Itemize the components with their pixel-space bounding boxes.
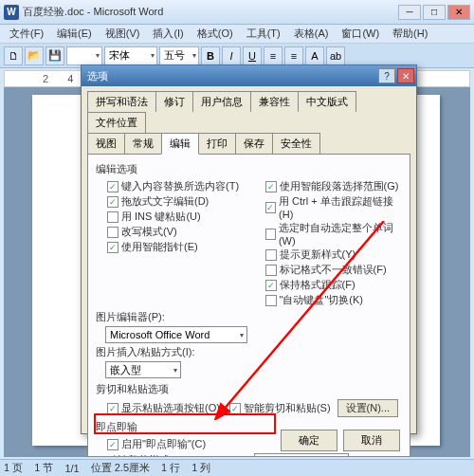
dialog-title: 选项: [87, 69, 108, 83]
tab-print[interactable]: 打印: [198, 133, 236, 155]
status-position: 位置 2.5厘米: [91, 461, 150, 475]
align-left-icon[interactable]: ≡: [264, 46, 283, 65]
settings-button[interactable]: 设置(N)...: [337, 399, 398, 417]
cancel-button[interactable]: 取消: [343, 430, 400, 451]
tab-strip: 拼写和语法 修订 用户信息 兼容性 中文版式 文件位置 视图 常规 编辑 打印 …: [82, 86, 416, 154]
menu-format[interactable]: 格式(O): [191, 25, 239, 43]
tab-security[interactable]: 安全性: [272, 133, 320, 155]
save-icon[interactable]: 💾: [46, 46, 64, 65]
ruler-mark: 4: [67, 73, 73, 84]
window-title: 百度经验.doc - Microsoft Word: [23, 5, 398, 19]
close-button[interactable]: ✕: [447, 5, 470, 20]
section-edit-options: 编辑选项: [96, 162, 402, 176]
checkbox-icon[interactable]: [265, 249, 277, 261]
checkbox-icon[interactable]: [107, 227, 118, 238]
dropdown-pic-editor[interactable]: Microsoft Office Word: [105, 326, 247, 343]
checkbox-icon[interactable]: [265, 265, 277, 276]
tab-userinfo[interactable]: 用户信息: [192, 91, 251, 112]
size-dropdown[interactable]: 五号: [159, 46, 199, 65]
dialog-titlebar[interactable]: 选项 ? ✕: [82, 65, 416, 86]
checkbox-icon[interactable]: [265, 229, 276, 240]
underline-button[interactable]: U: [243, 46, 262, 65]
tab-general[interactable]: 常规: [124, 133, 162, 155]
status-pages: 1/1: [64, 463, 79, 474]
checkbox-left-2[interactable]: 用 INS 键粘贴(U): [107, 210, 245, 224]
main-window: W 百度经验.doc - Microsoft Word ─ □ ✕ 文件(F) …: [0, 0, 474, 476]
status-section: 1 节: [34, 461, 53, 475]
menu-edit[interactable]: 编辑(E): [51, 25, 98, 43]
ok-button[interactable]: 确定: [281, 430, 337, 451]
style-dropdown[interactable]: [66, 46, 102, 65]
checkbox-show-paste-options[interactable]: ✓ 显示粘贴选项按钮(O): [107, 399, 220, 417]
checkbox-smart-cutpaste[interactable]: ✓ 智能剪切和粘贴(S) 设置(N)...: [229, 399, 398, 417]
dialog-help-button[interactable]: ?: [378, 68, 395, 83]
menu-tools[interactable]: 工具(T): [241, 25, 286, 43]
checkbox-right-0[interactable]: ✓使用智能段落选择范围(G): [265, 179, 403, 193]
menubar: 文件(F) 编辑(E) 视图(V) 插入(I) 格式(O) 工具(T) 表格(A…: [0, 25, 474, 44]
checkbox-icon[interactable]: ✓: [107, 181, 118, 192]
menu-insert[interactable]: 插入(I): [147, 25, 189, 43]
dropdown-default-style[interactable]: 正文: [254, 453, 349, 457]
ruler-mark: 2: [43, 73, 48, 84]
right-column: ✓使用智能段落选择范围(G)✓用 Ctrl + 单击跟踪超链接(H)选定时自动选…: [254, 178, 403, 308]
checkbox-icon[interactable]: ✓: [107, 403, 118, 414]
checkbox-right-4[interactable]: 标记格式不一致错误(F): [265, 263, 403, 277]
minimize-button[interactable]: ─: [398, 5, 421, 20]
open-icon[interactable]: 📂: [25, 46, 44, 65]
label-default-style: 默认段落样式(Y):: [107, 453, 245, 457]
highlight-icon[interactable]: ab: [326, 46, 345, 65]
checkbox-left-0[interactable]: ✓键入内容替换所选内容(T): [107, 179, 245, 193]
menu-table[interactable]: 表格(A): [288, 25, 335, 43]
menu-file[interactable]: 文件(F): [4, 25, 49, 43]
checkbox-icon[interactable]: ✓: [265, 181, 277, 192]
checkbox-icon[interactable]: ✓: [229, 403, 241, 414]
checkbox-left-1[interactable]: ✓拖放式文字编辑(D): [107, 194, 245, 209]
checkbox-right-5[interactable]: ✓保持格式跟踪(F): [265, 278, 403, 292]
tab-view[interactable]: 视图: [87, 133, 125, 155]
menu-help[interactable]: 帮助(H): [387, 25, 433, 43]
checkbox-icon[interactable]: ✓: [265, 202, 277, 213]
checkbox-right-2[interactable]: 选定时自动选定整个单词(W): [265, 221, 403, 247]
tab-compat[interactable]: 兼容性: [250, 91, 299, 112]
left-column: ✓键入内容替换所选内容(T)✓拖放式文字编辑(D)用 INS 键粘贴(U)改写模…: [96, 178, 245, 308]
checkbox-icon[interactable]: [265, 295, 277, 306]
status-line: 1 行: [161, 461, 180, 475]
checkbox-right-3[interactable]: 提示更新样式(Y): [265, 247, 403, 262]
tab-panel-edit: 编辑选项 ✓键入内容替换所选内容(T)✓拖放式文字编辑(D)用 INS 键粘贴(…: [87, 154, 410, 457]
checkbox-icon[interactable]: ✓: [107, 196, 118, 208]
tab-edit[interactable]: 编辑: [161, 133, 199, 155]
tab-fileloc[interactable]: 文件位置: [87, 112, 146, 133]
checkbox-right-1[interactable]: ✓用 Ctrl + 单击跟踪超链接(H): [265, 194, 403, 220]
tab-spelling[interactable]: 拼写和语法: [87, 91, 156, 112]
label-pic-paste: 图片插入/粘贴方式(I):: [96, 345, 402, 359]
font-dropdown[interactable]: 宋体: [104, 46, 157, 65]
status-page: 1 页: [4, 461, 23, 475]
checkbox-left-4[interactable]: ✓使用智能指针(E): [107, 240, 245, 254]
checkbox-icon[interactable]: ✓: [265, 280, 277, 291]
maximize-button[interactable]: □: [423, 5, 446, 20]
checkbox-left-3[interactable]: 改写模式(V): [107, 225, 245, 239]
word-icon: W: [4, 5, 19, 20]
label-pic-editor: 图片编辑器(P):: [96, 310, 402, 324]
menu-view[interactable]: 视图(V): [100, 25, 146, 43]
tab-save[interactable]: 保存: [235, 133, 273, 155]
bold-button[interactable]: B: [201, 46, 220, 65]
menu-window[interactable]: 窗口(W): [336, 25, 385, 43]
text-color-icon[interactable]: A: [305, 46, 324, 65]
tab-revisions[interactable]: 修订: [155, 91, 193, 112]
section-cutpaste: 剪切和粘贴选项: [96, 382, 402, 396]
align-center-icon[interactable]: ≡: [284, 46, 303, 65]
checkbox-icon[interactable]: [107, 211, 118, 223]
statusbar: 1 页 1 节 1/1 位置 2.5厘米 1 行 1 列: [0, 459, 474, 476]
dropdown-pic-paste[interactable]: 嵌入型: [105, 361, 181, 378]
dialog-close-button[interactable]: ✕: [397, 68, 414, 83]
checkbox-right-6[interactable]: "自动键盘"切换(K): [265, 293, 403, 307]
italic-button[interactable]: I: [222, 46, 241, 65]
status-col: 1 列: [191, 461, 210, 475]
tab-asian[interactable]: 中文版式: [298, 91, 356, 112]
options-dialog: 选项 ? ✕ 拼写和语法 修订 用户信息 兼容性 中文版式 文件位置 视图 常规…: [81, 64, 417, 434]
checkbox-icon[interactable]: ✓: [107, 242, 118, 253]
new-icon[interactable]: 🗋: [4, 46, 23, 65]
checkbox-icon[interactable]: ✓: [107, 439, 118, 450]
checkbox-enable-click-type[interactable]: ✓ 启用"即点即输"(C): [107, 437, 245, 451]
